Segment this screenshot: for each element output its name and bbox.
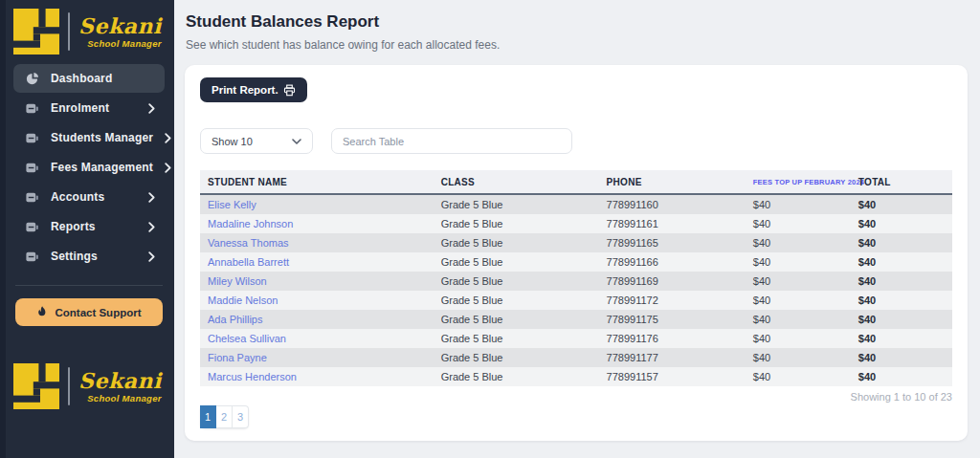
sidebar-item[interactable]: Reports xyxy=(13,212,165,241)
fee-cell: $40 xyxy=(746,367,851,386)
brand-name: Sekani xyxy=(78,370,162,391)
search-input[interactable] xyxy=(331,128,572,154)
module-card-icon xyxy=(25,250,39,264)
contact-support-button[interactable]: Contact Support xyxy=(15,298,163,326)
phone-cell: 778991166 xyxy=(599,252,746,272)
fee-cell: $40 xyxy=(746,252,851,272)
col-class: CLASS xyxy=(434,170,599,194)
phone-cell: 778991157 xyxy=(599,367,746,386)
printer-icon xyxy=(283,84,296,97)
sidebar-item-label: Fees Management xyxy=(51,161,153,174)
fee-cell: $40 xyxy=(746,310,851,329)
main-content: Student Balances Report See which studen… xyxy=(174,0,980,458)
chevron-right-icon xyxy=(148,103,155,114)
total-cell: $40 xyxy=(851,194,952,214)
table-row: Madaline Johnson Grade 5 Blue 778991161 … xyxy=(200,214,952,233)
phone-cell: 778991169 xyxy=(599,272,746,291)
phone-cell: 778991160 xyxy=(599,194,746,214)
table-summary: Showing 1 to 10 of 23 xyxy=(200,391,952,403)
class-cell: Grade 5 Blue xyxy=(434,272,599,291)
phone-cell: 778991161 xyxy=(599,214,746,233)
sekani-logo-icon xyxy=(13,363,59,409)
student-name-link[interactable]: Chelsea Sullivan xyxy=(200,329,434,348)
module-card-icon xyxy=(25,190,39,205)
phone-cell: 778991175 xyxy=(599,310,746,329)
chevron-right-icon xyxy=(165,133,171,143)
student-name-link[interactable]: Fiona Payne xyxy=(200,348,434,367)
page-button[interactable]: 1 xyxy=(200,405,216,428)
brand-logo-top: Sekani School Manager xyxy=(6,0,174,62)
chevron-right-icon xyxy=(148,251,155,262)
module-card-icon xyxy=(25,161,39,175)
show-entries-select[interactable]: Show 10 xyxy=(200,128,313,154)
sidebar-item[interactable]: Students Manager xyxy=(13,123,165,152)
total-cell: $40 xyxy=(851,367,952,386)
fee-cell: $40 xyxy=(746,214,851,233)
total-cell: $40 xyxy=(851,214,952,233)
table-header-row: STUDENT NAME CLASS PHONE FEES TOP UP FEB… xyxy=(200,170,952,194)
class-cell: Grade 5 Blue xyxy=(434,194,599,214)
sidebar-item[interactable]: Fees Management xyxy=(13,153,165,182)
table-row: Miley Wilson Grade 5 Blue 778991169 $40 … xyxy=(200,272,952,291)
table-row: Maddie Nelson Grade 5 Blue 778991172 $40… xyxy=(200,291,952,310)
sidebar: Sekani School Manager Dashboard xyxy=(0,0,174,458)
student-name-link[interactable]: Annabella Barrett xyxy=(200,252,434,272)
phone-cell: 778991165 xyxy=(599,233,746,252)
phone-cell: 778991176 xyxy=(599,329,746,348)
table-row: Elise Kelly Grade 5 Blue 778991160 $40 $… xyxy=(200,194,952,214)
student-name-link[interactable]: Madaline Johnson xyxy=(200,214,434,233)
table-row: Fiona Payne Grade 5 Blue 778991177 $40 $… xyxy=(200,348,952,367)
show-entries-value: Show 10 xyxy=(212,136,253,147)
total-cell: $40 xyxy=(851,252,952,272)
logo-divider xyxy=(68,367,70,405)
chevron-right-icon xyxy=(165,163,171,173)
chevron-down-icon xyxy=(292,139,301,144)
sidebar-item-label: Enrolment xyxy=(51,101,137,115)
page-button[interactable]: 3 xyxy=(233,405,249,428)
class-cell: Grade 5 Blue xyxy=(434,252,599,272)
student-name-link[interactable]: Elise Kelly xyxy=(200,194,434,214)
module-card-icon xyxy=(25,220,39,234)
page-button[interactable]: 2 xyxy=(216,405,233,428)
sidebar-divider xyxy=(15,285,163,286)
print-report-button[interactable]: Print Report. xyxy=(200,77,307,102)
class-cell: Grade 5 Blue xyxy=(434,310,599,329)
class-cell: Grade 5 Blue xyxy=(434,291,599,310)
student-name-link[interactable]: Maddie Nelson xyxy=(200,291,434,310)
sidebar-item-label: Reports xyxy=(51,220,137,233)
col-student-name: STUDENT NAME xyxy=(200,170,434,194)
sidebar-item[interactable]: Dashboard xyxy=(13,64,165,93)
table-row: Vanessa Thomas Grade 5 Blue 778991165 $4… xyxy=(200,233,952,252)
sidebar-item[interactable]: Accounts xyxy=(13,183,165,211)
fee-cell: $40 xyxy=(746,272,851,291)
class-cell: Grade 5 Blue xyxy=(434,348,599,367)
sidebar-item[interactable]: Settings xyxy=(13,242,165,271)
flame-icon xyxy=(36,306,48,318)
pie-chart-icon xyxy=(25,72,39,86)
chevron-right-icon xyxy=(148,222,155,232)
fee-cell: $40 xyxy=(746,329,851,348)
sidebar-item-label: Accounts xyxy=(51,190,137,204)
student-name-link[interactable]: Vanessa Thomas xyxy=(200,233,434,252)
student-name-link[interactable]: Ada Phillips xyxy=(200,310,434,329)
total-cell: $40 xyxy=(851,348,952,367)
brand-name: Sekani xyxy=(78,15,162,36)
col-phone: PHONE xyxy=(599,170,746,194)
sidebar-item[interactable]: Enrolment xyxy=(13,94,165,122)
phone-cell: 778991177 xyxy=(599,348,746,367)
page-title: Student Balances Report xyxy=(186,12,980,32)
col-fees-top-up[interactable]: FEES TOP UP FEBRUARY 2024 xyxy=(746,170,851,194)
class-cell: Grade 5 Blue xyxy=(434,214,599,233)
page-subtitle: See which student has balance owing for … xyxy=(186,38,980,52)
total-cell: $40 xyxy=(851,233,952,252)
sidebar-item-label: Dashboard xyxy=(51,72,155,85)
contact-support-label: Contact Support xyxy=(55,307,141,318)
sidebar-item-label: Settings xyxy=(51,250,137,263)
table-row: Ada Phillips Grade 5 Blue 778991175 $40 … xyxy=(200,310,952,329)
student-balances-table: STUDENT NAME CLASS PHONE FEES TOP UP FEB… xyxy=(200,170,952,386)
sidebar-item-label: Students Manager xyxy=(51,131,153,144)
report-card: Print Report. Show 10 STUDENT NAME CLASS xyxy=(185,65,968,441)
class-cell: Grade 5 Blue xyxy=(434,367,599,386)
student-name-link[interactable]: Marcus Henderson xyxy=(200,367,434,386)
student-name-link[interactable]: Miley Wilson xyxy=(200,272,434,291)
